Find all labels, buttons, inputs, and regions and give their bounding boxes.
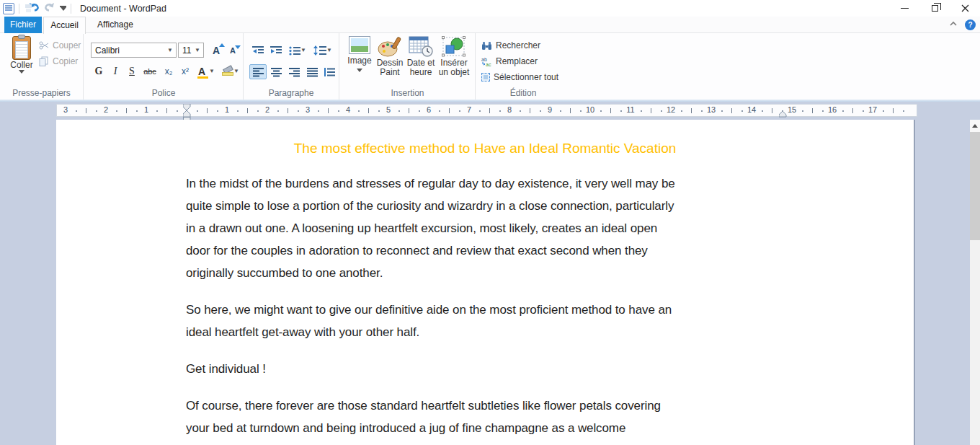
line-spacing-button[interactable]: ▼ [311, 43, 335, 58]
select-all-button[interactable]: Sélectionner tout [481, 71, 558, 84]
bold-button[interactable]: G [91, 64, 107, 79]
align-left-icon [253, 67, 264, 77]
ruler-tick [489, 108, 490, 113]
insert-object-button[interactable]: Insérer un objet [437, 36, 471, 77]
doc-line: in a drawn out one. A loosening up heart… [186, 217, 657, 239]
ruler-tick [610, 108, 611, 113]
highlight-color-button[interactable]: ▼ [220, 64, 241, 79]
ruler-dot [136, 110, 138, 112]
paint-drawing-button[interactable]: Dessin Paint [375, 36, 405, 77]
shrink-font-button[interactable]: A [226, 43, 240, 58]
ruler-tick [207, 108, 208, 113]
chevron-down-icon: ▼ [233, 69, 239, 74]
paragraph-icon [324, 67, 335, 77]
ruler-dot [842, 110, 844, 112]
align-center-button[interactable] [267, 64, 285, 79]
group-label-editing: Édition [476, 88, 571, 98]
scrollbar-thumb[interactable] [970, 132, 980, 240]
ruler-dot [177, 110, 178, 112]
ruler-number: 15 [788, 105, 796, 114]
copy-button[interactable]: Copier [39, 55, 78, 68]
ruler-tick [368, 108, 369, 113]
decrease-indent-button[interactable] [249, 43, 267, 58]
wordpad-app-icon[interactable] [3, 3, 14, 14]
quick-access-toolbar: Document - WordPad [0, 0, 166, 17]
ruler-number: 12 [667, 105, 675, 114]
ruler-tick [409, 108, 409, 113]
font-family-combo[interactable]: Calibri▼ [91, 43, 177, 58]
ruler-dot [378, 110, 380, 112]
align-right-button[interactable] [285, 64, 303, 79]
subscript-button[interactable]: x₂ [161, 64, 177, 79]
ruler-dot [459, 110, 460, 112]
ruler-dot [479, 110, 481, 112]
restore-button[interactable] [919, 0, 950, 17]
ruler-number: 11 [626, 105, 634, 114]
redo-button[interactable] [44, 1, 55, 15]
ruler-tick [852, 108, 853, 113]
cut-button[interactable]: Couper [39, 39, 81, 52]
line-spacing-icon [313, 45, 326, 56]
tab-fichier[interactable]: Fichier [4, 17, 42, 33]
clipboard-icon [12, 36, 31, 60]
bullets-icon [289, 45, 300, 56]
insert-image-button[interactable]: Image [346, 36, 373, 72]
ruler-number: 2 [104, 105, 108, 114]
ruler-tick [126, 108, 127, 113]
ruler-dot [782, 110, 783, 112]
find-button[interactable]: Rechercher [481, 39, 540, 52]
object-label-line2: un objet [439, 68, 470, 77]
ruler-tick [772, 108, 772, 113]
right-indent-marker[interactable] [779, 111, 787, 118]
help-button[interactable]: ? [965, 19, 976, 30]
doc-line: In the midst of the burdens and stresses… [186, 172, 675, 195]
doc-line: So here, we might want to give our defin… [186, 299, 672, 321]
minimize-button[interactable] [889, 0, 919, 17]
group-insert: Image Dessin Paint [340, 33, 476, 100]
collapse-ribbon-button[interactable] [949, 18, 958, 31]
group-label-font: Police [84, 88, 243, 98]
font-size-combo[interactable]: 11▼ [178, 43, 204, 58]
date-time-button[interactable]: Date et heure [406, 36, 435, 77]
ruler-tick [893, 108, 894, 113]
font-color-button[interactable]: A ▼ [195, 64, 218, 79]
ruler-dot [237, 110, 239, 112]
scroll-up-button[interactable] [970, 120, 980, 132]
copy-icon [39, 56, 49, 66]
ruler-number: 4 [346, 105, 350, 114]
close-icon [961, 4, 969, 12]
binoculars-icon [481, 41, 492, 50]
group-label-clipboard: Presse-papiers [0, 88, 83, 98]
close-button[interactable] [950, 0, 980, 17]
copy-label: Copier [53, 56, 78, 66]
page[interactable]: The most effective method to Have an Ide… [56, 120, 915, 445]
ruler-dot [277, 110, 279, 112]
underline-button[interactable]: S [124, 64, 140, 79]
vertical-scrollbar[interactable] [970, 120, 980, 445]
justify-button[interactable] [303, 64, 321, 79]
grow-font-button[interactable]: A [208, 43, 224, 58]
ruler-strip[interactable]: 3211234567891011121314151617 [56, 104, 917, 117]
align-left-button[interactable] [249, 64, 267, 79]
group-label-paragraph: Paragraphe [244, 88, 339, 98]
replace-button[interactable]: abac Remplacer [481, 55, 538, 68]
strikethrough-button[interactable]: abc [141, 64, 159, 79]
decrease-indent-icon [252, 45, 264, 56]
chevron-down-icon [61, 7, 66, 11]
italic-button[interactable]: I [107, 64, 123, 79]
superscript-button[interactable]: x² [177, 64, 193, 79]
ruler-dot [298, 110, 299, 112]
paragraph-settings-button[interactable] [321, 64, 337, 79]
paste-button[interactable]: Coller [6, 36, 37, 88]
window-title: Document - WordPad [76, 4, 166, 14]
tab-affichage[interactable]: Affichage [87, 17, 143, 33]
list-button[interactable]: ▼ [286, 43, 309, 58]
image-label: Image [347, 56, 371, 66]
paint-label-line2: Paint [380, 68, 399, 77]
tab-accueil[interactable]: Accueil [43, 17, 86, 34]
ruler-number: 1 [144, 105, 148, 114]
replace-label: Remplacer [496, 56, 538, 66]
customize-qat-button[interactable] [60, 6, 66, 11]
increase-indent-button[interactable] [267, 43, 285, 58]
restore-icon [932, 5, 938, 12]
